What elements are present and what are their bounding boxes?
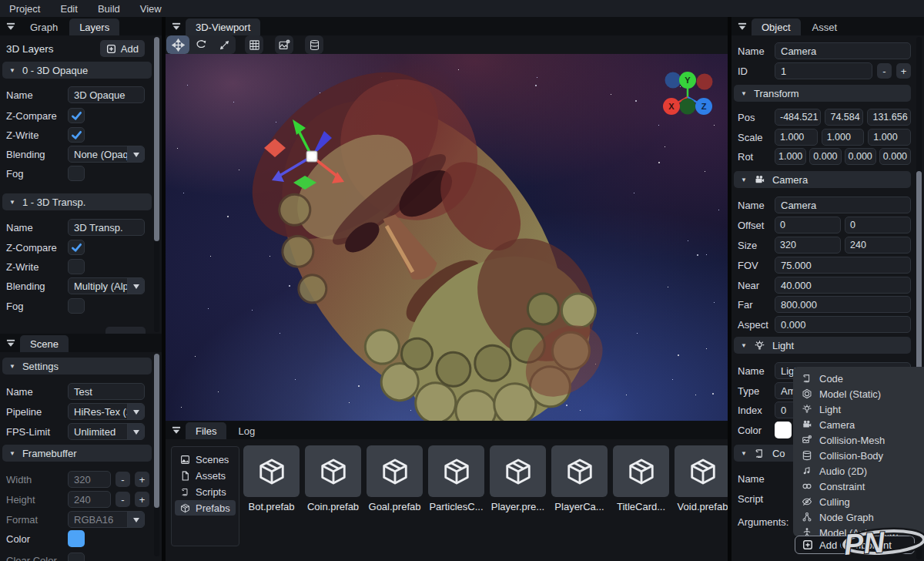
height-increment-button[interactable]: + [135, 492, 149, 507]
framebuffer-section-header[interactable]: ▼ Framebuffer [2, 445, 152, 462]
file-tile[interactable]: PlayerCa... [551, 445, 608, 512]
add-layer-button[interactable]: Add [100, 40, 145, 57]
file-tile[interactable]: Void.prefab [675, 445, 728, 512]
rot-z-input[interactable]: 0.000 [879, 148, 911, 165]
rot-w-input[interactable]: 1.000 [775, 148, 806, 165]
scale-tool-button[interactable] [213, 35, 236, 54]
layer0-section-header[interactable]: ▼ 0 - 3D Opaque [2, 62, 152, 79]
render-target-button[interactable] [275, 35, 293, 54]
format-select[interactable]: RGBA16 [68, 511, 145, 528]
height-input[interactable]: 240 [68, 491, 111, 508]
file-tile[interactable]: Coin.prefab [305, 445, 361, 512]
layer0-blending-select[interactable]: None (Opaqu [68, 146, 145, 163]
layers-scrollbar[interactable] [154, 37, 159, 332]
file-tile[interactable]: Bot.prefab [243, 445, 300, 512]
layer0-name-input[interactable]: 3D Opaque [68, 86, 145, 103]
menu-item-code[interactable]: Code [793, 371, 924, 386]
layer0-fog-checkbox[interactable] [68, 166, 85, 181]
size-w-input[interactable]: 320 [775, 237, 841, 254]
menu-item-culling[interactable]: Culling [793, 494, 924, 509]
sidebar-item-scenes[interactable]: Scenes [175, 452, 236, 467]
scene-scrollbar[interactable] [154, 354, 159, 556]
scale-x-input[interactable]: 1.000 [775, 129, 818, 146]
filter-icon[interactable] [169, 18, 184, 35]
menu-item-light[interactable]: Light [793, 401, 924, 417]
menu-item-audio[interactable]: Audio (2D) [793, 463, 924, 479]
size-h-input[interactable]: 240 [845, 237, 911, 254]
menu-view[interactable]: View [140, 3, 162, 15]
far-input[interactable]: 800.000 [775, 296, 911, 313]
viewport-3d[interactable]: Y X Z [166, 54, 728, 421]
layer0-zcompare-checkbox[interactable] [68, 108, 85, 123]
menu-item-model-static[interactable]: Model (Static) [793, 386, 924, 401]
filter-icon[interactable] [169, 422, 184, 439]
file-tile[interactable]: Goal.prefab [367, 445, 423, 512]
object-id-input[interactable]: 1 [775, 62, 872, 79]
menu-project[interactable]: Project [9, 3, 40, 15]
scale-z-input[interactable]: 1.000 [868, 129, 911, 146]
move-tool-button[interactable] [166, 35, 189, 54]
transform-section-header[interactable]: ▼ Transform [734, 85, 911, 102]
offset-x-input[interactable]: 0 [775, 217, 841, 233]
menu-build[interactable]: Build [98, 3, 120, 15]
filter-icon[interactable] [3, 335, 18, 352]
pos-z-input[interactable]: 131.656 [867, 109, 911, 126]
light-color-swatch[interactable] [775, 422, 792, 438]
tab-graph[interactable]: Graph [20, 18, 68, 35]
menu-item-constraint[interactable]: Constraint [793, 479, 924, 494]
tab-files[interactable]: Files [186, 422, 226, 439]
tab-layers[interactable]: Layers [69, 18, 119, 35]
tab-3d-viewport[interactable]: 3D-Viewport [186, 18, 260, 35]
menu-item-collision-mesh[interactable]: Collision-Mesh [793, 432, 924, 448]
file-tile[interactable]: TitleCard... [613, 445, 669, 512]
layer1-fog-checkbox[interactable] [68, 298, 85, 314]
width-increment-button[interactable]: + [135, 472, 149, 487]
sidebar-item-prefabs[interactable]: Prefabs [175, 500, 236, 516]
layer0-zwrite-checkbox[interactable] [68, 127, 85, 143]
tab-scene[interactable]: Scene [20, 335, 69, 352]
aspect-input[interactable]: 0.000 [775, 316, 911, 333]
layer1-zcompare-checkbox[interactable] [68, 240, 85, 255]
color-swatch[interactable] [68, 530, 85, 547]
layer1-section-header[interactable]: ▼ 1 - 3D Transp. [2, 193, 152, 210]
clear-color-checkbox[interactable] [68, 553, 85, 561]
width-input[interactable]: 320 [68, 471, 111, 488]
tab-asset[interactable]: Asset [802, 18, 848, 35]
rot-x-input[interactable]: 0.000 [809, 148, 841, 165]
collision-view-button[interactable] [305, 35, 323, 54]
tab-log[interactable]: Log [228, 422, 265, 439]
scene-name-input[interactable]: Test [68, 383, 145, 400]
file-tile[interactable]: ParticlesC... [428, 445, 484, 512]
camera-name-input[interactable]: Camera [775, 197, 911, 213]
file-tile[interactable]: Player.pre... [490, 445, 546, 512]
layer1-zwrite-checkbox[interactable] [68, 259, 85, 274]
id-decrement-button[interactable]: - [877, 63, 892, 79]
settings-section-header[interactable]: ▼ Settings [2, 358, 152, 375]
height-decrement-button[interactable]: - [116, 492, 130, 507]
camera-section-header[interactable]: ▼ Camera [734, 171, 911, 188]
filter-icon[interactable] [735, 18, 750, 35]
light-section-header[interactable]: ▼ Light [734, 337, 911, 354]
near-input[interactable]: 40.000 [775, 277, 911, 294]
pos-y-input[interactable]: 74.584 [825, 109, 863, 126]
fov-input[interactable]: 75.000 [775, 257, 911, 274]
fps-limit-select[interactable]: Unlimited [68, 423, 145, 440]
width-decrement-button[interactable]: - [116, 472, 130, 487]
offset-y-input[interactable]: 0 [845, 217, 911, 233]
sidebar-item-assets[interactable]: Assets [175, 468, 236, 483]
tab-object[interactable]: Object [752, 18, 801, 35]
menu-item-camera[interactable]: Camera [793, 417, 924, 432]
pipeline-select[interactable]: HiRes-Tex (256 [68, 403, 145, 420]
rotate-tool-button[interactable] [189, 35, 213, 54]
id-increment-button[interactable]: + [896, 63, 911, 79]
grid-toggle-button[interactable] [245, 35, 263, 54]
layer1-name-input[interactable]: 3D Transp. [68, 219, 145, 236]
layer1-blending-select[interactable]: Multiply (Alpl [68, 277, 145, 294]
menu-edit[interactable]: Edit [60, 3, 77, 15]
filter-icon[interactable] [3, 18, 18, 35]
pos-x-input[interactable]: -484.521 [775, 109, 821, 126]
rot-y-input[interactable]: 0.000 [845, 148, 876, 165]
sidebar-item-scripts[interactable]: Scripts [175, 484, 236, 499]
object-name-input[interactable]: Camera [775, 42, 911, 59]
scale-y-input[interactable]: 1.000 [822, 129, 865, 146]
